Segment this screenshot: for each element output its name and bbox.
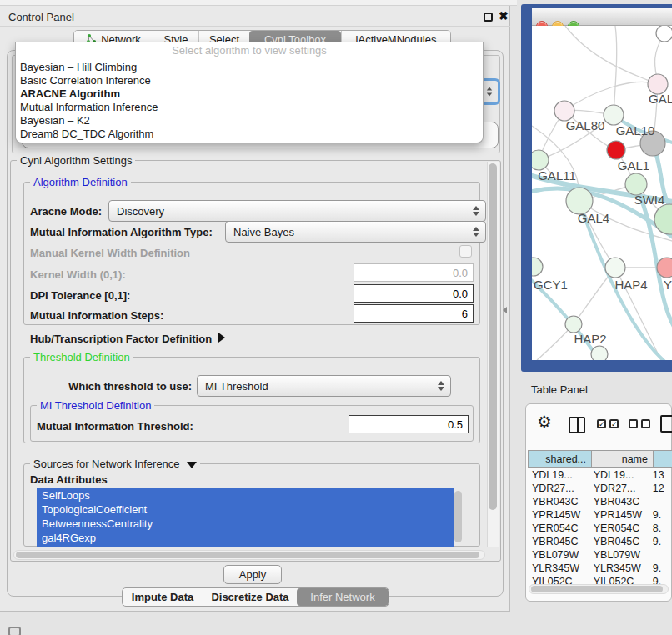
table-cell: YDR27... [528,482,589,494]
close-icon[interactable]: ✖ [499,9,509,22]
table-row[interactable]: YER054CYER054C8. [528,522,672,535]
manual-kernel-width-label: Manual Kernel Width Definition [30,247,190,259]
table-cell: YDL19... [589,469,649,481]
algorithm-option[interactable]: Bayesian – K2 [16,114,483,128]
combo-stepper-icon [473,227,479,237]
network-window-titlebar[interactable] [532,8,672,26]
unchecked-column-icon[interactable] [629,419,638,428]
mi-steps-input[interactable] [354,304,474,322]
algorithm-dropdown-popup: Select algorithm to view settings Bayesi… [15,42,484,143]
network-node[interactable] [565,316,582,332]
algorithm-option[interactable]: ARACNE Algorithm [16,88,483,101]
attributes-scrollbar-thumb[interactable] [454,491,462,542]
dpi-tolerance-input[interactable] [354,284,474,302]
node-label: GAL10 [616,123,655,138]
which-threshold-label: Which threshold to use: [50,380,192,392]
unchecked-column-icon[interactable] [641,419,650,428]
attribute-item[interactable]: TopologicalCoefficient [37,502,454,517]
algorithm-option[interactable]: Mutual Information Inference [16,101,483,114]
algorithm-option[interactable]: Basic Correlation Inference [16,74,483,88]
tab-impute-data[interactable]: Impute Data [123,588,203,606]
manual-kernel-width-checkbox[interactable] [459,245,472,258]
table-panel-title: Table Panel [531,383,588,396]
float-window-icon[interactable] [484,12,493,22]
hub-definition-label: Hub/Transcription Factor Definition [30,332,212,345]
combo-stepper-icon [438,381,444,391]
network-node[interactable] [605,258,625,278]
network-node[interactable] [532,150,549,170]
which-threshold-select[interactable]: MI Threshold [197,375,451,397]
node-label: GAL1 [618,158,649,172]
kernel-width-label: Kernel Width (0,1): [30,268,126,281]
data-attributes-list[interactable]: SelfLoopsTopologicalCoefficientBetweenne… [37,488,454,547]
table-cell: 9. [649,536,672,548]
algorithm-option[interactable]: Bayesian – Hill Climbing [16,61,483,74]
checked-column-icon[interactable]: ✓ [609,419,619,428]
table-horizontal-scrollbar-thumb[interactable] [531,586,663,592]
mi-algorithm-type-select[interactable]: Naive Bayes [225,221,486,242]
network-node[interactable] [591,346,608,360]
aracne-mode-select[interactable]: Discovery [108,200,486,222]
sources-toggle[interactable]: Sources for Network Inference [30,458,200,470]
table-cell: YLR345W [528,562,589,574]
table-row[interactable]: YLR345WYLR345W9. [528,562,672,575]
app-top-strip [0,0,517,6]
table-cell: YBL079W [589,549,649,561]
node-label: GAL4 [578,211,609,225]
table-row[interactable]: YDR27...YDR27...12 [528,482,672,495]
split-table-icon[interactable] [569,417,585,433]
mi-threshold-input[interactable] [349,415,469,433]
table-cell: YER054C [589,522,649,534]
hub-definition-toggle[interactable]: Hub/Transcription Factor Definition [30,332,225,345]
checked-column-icon[interactable]: ✓ [597,419,606,428]
column-header-extra[interactable] [654,450,672,468]
network-edge [565,26,658,84]
network-edge [614,26,617,115]
tab-discretize-data[interactable]: Discretize Data [203,588,297,606]
node-label: GCY1 [534,278,568,292]
network-node[interactable] [657,258,672,278]
table-body[interactable]: YDL19...YDL19...13YDR27...YDR27...12YBR0… [528,468,672,588]
settings-horizontal-scrollbar-thumb[interactable] [16,552,479,558]
kernel-width-input[interactable] [354,263,474,282]
table-cell: YBR043C [589,496,649,508]
table-row[interactable]: YDL19...YDL19...13 [528,468,672,482]
table-row[interactable]: YBL079WYBL079W [528,548,672,562]
table-row[interactable]: YBR045CYBR045C9. [528,535,672,548]
tab-infer-network[interactable]: Infer Network [297,588,389,606]
table-cell: YPR145W [528,509,589,521]
threshold-definition-title: Threshold Definition [30,351,133,363]
table-row[interactable]: YBR043CYBR043C [528,495,672,508]
network-graph[interactable]: GALGAL80GAL10GAL1GAL11SWI4GAL4GCY1HAP4YH… [532,26,672,360]
algorithm-option[interactable]: Dream8 DC_TDC Algorithm [16,128,483,141]
table-cell: 12 [649,482,672,494]
network-node[interactable] [532,258,543,276]
node-label: GAL11 [538,168,576,182]
column-header-shared...[interactable]: shared... [528,450,592,468]
network-node[interactable] [604,105,624,125]
bottom-tabbar: Impute DataDiscretize DataInfer Network [122,588,389,607]
table-cell: YDR27... [589,482,649,494]
network-node[interactable] [607,141,625,159]
expanded-arrow-icon [187,462,197,468]
aracne-mode-value: Discovery [117,205,164,218]
column-header-name[interactable]: name [592,450,654,468]
table-cell: YER054C [528,522,589,534]
table-cell: YPR145W [589,509,649,521]
stepper-up-icon [487,88,492,91]
apply-button[interactable]: Apply [223,565,282,584]
table-cell: 13 [649,469,672,481]
stepper-down-icon [487,93,492,97]
settings-gear-icon[interactable]: ⚙ [537,413,552,430]
attribute-item[interactable]: SelfLoops [37,488,454,502]
document-icon[interactable] [660,415,672,432]
settings-vertical-scrollbar-thumb[interactable] [489,163,497,510]
table-row[interactable]: YPR145WYPR145W9. [528,508,672,522]
mi-threshold-definition-title: MI Threshold Definition [37,399,154,412]
attribute-item[interactable]: BetweennessCentrality [37,517,454,531]
dpi-tolerance-label: DPI Tolerance [0,1]: [30,289,130,302]
network-node[interactable] [656,26,672,42]
network-canvas[interactable]: GALGAL80GAL10GAL1GAL11SWI4GAL4GCY1HAP4YH… [532,26,672,360]
attribute-item[interactable]: gal4RGexp [37,531,454,545]
panel-splitter-handle[interactable] [503,307,507,313]
